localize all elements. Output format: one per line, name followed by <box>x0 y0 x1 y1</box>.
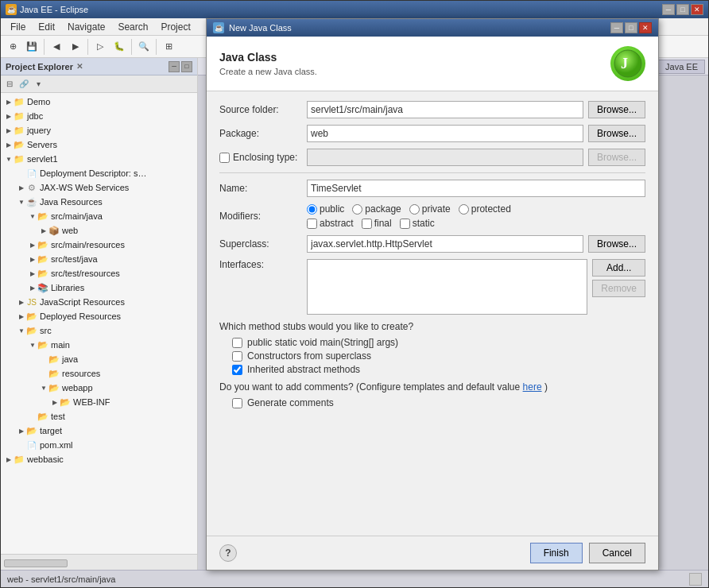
arrow-src-test-java: ▶ <box>28 254 37 264</box>
generate-comments-check[interactable] <box>232 398 242 408</box>
modifier-public-radio[interactable] <box>307 204 317 215</box>
modifier-static-check[interactable] <box>400 219 410 229</box>
modifier-public[interactable]: public <box>307 203 344 215</box>
toolbar-new[interactable]: ⊕ <box>4 38 21 56</box>
panel-title-controls: ─ □ <box>169 61 192 72</box>
tree-item-jaxws[interactable]: ▶ ⚙ JAX-WS Web Services <box>1 180 197 195</box>
close-btn[interactable]: ✕ <box>691 4 703 15</box>
toolbar-back[interactable]: ◀ <box>48 38 65 56</box>
stubs-label: Which method stubs would you like to cre… <box>219 321 645 332</box>
dialog-maximize[interactable]: □ <box>625 22 637 33</box>
stub-row-2: Constructors from superclass <box>219 350 645 362</box>
tree-item-src-main-java[interactable]: ▼ 📂 src/main/java <box>1 209 197 223</box>
tree-item-webinf[interactable]: ▶ 📂 WEB-INF <box>1 395 197 409</box>
source-folder-input[interactable] <box>307 101 583 118</box>
label-src-test-res: src/test/resources <box>51 269 120 278</box>
tree-item-main[interactable]: ▼ 📂 main <box>1 338 197 352</box>
package-browse[interactable]: Browse... <box>588 125 645 142</box>
enclosing-type-checkbox[interactable] <box>219 153 230 163</box>
modifier-final-check[interactable] <box>362 219 372 229</box>
icon-demo: 📁 <box>14 96 25 107</box>
stub-main-check[interactable] <box>232 338 242 348</box>
tree-item-webapp[interactable]: ▼ 📂 webapp <box>1 381 197 395</box>
toolbar-forward[interactable]: ▶ <box>67 38 84 56</box>
tree-item-libraries[interactable]: ▶ 📚 Libraries <box>1 280 197 295</box>
modifier-protected-radio[interactable] <box>459 204 469 215</box>
name-input[interactable] <box>307 180 645 197</box>
tree-item-pom[interactable]: 📄 pom.xml <box>1 438 197 452</box>
minimize-btn[interactable]: ─ <box>662 4 675 15</box>
menu-search[interactable]: Search <box>111 20 154 34</box>
link-editor-btn[interactable]: 🔗 <box>17 77 31 91</box>
tree-item-web[interactable]: ▶ 📦 web <box>1 223 197 238</box>
tree-item-src[interactable]: ▼ 📂 src <box>1 323 197 338</box>
label-webinf: WEB-INF <box>73 397 110 407</box>
toolbar-perspective[interactable]: ⊞ <box>160 38 177 56</box>
modifier-protected[interactable]: protected <box>459 203 511 215</box>
dialog-minimize[interactable]: ─ <box>610 22 623 33</box>
tree-item-target[interactable]: ▶ 📂 target <box>1 424 197 438</box>
tree-item-src-test-res[interactable]: ▶ 📂 src/test/resources <box>1 266 197 280</box>
help-button[interactable]: ? <box>219 544 237 562</box>
modifier-final[interactable]: final <box>362 218 392 229</box>
tree-item-jdbc[interactable]: ▶ 📁 jdbc <box>1 109 197 123</box>
panel-minimize-btn[interactable]: ─ <box>169 61 180 72</box>
collapse-all-btn[interactable]: ⊟ <box>2 77 17 91</box>
cancel-button[interactable]: Cancel <box>589 543 645 563</box>
eclipse-icon: ☕ <box>6 4 17 15</box>
tree-item-js-resources[interactable]: ▶ JS JavaScript Resources <box>1 295 197 309</box>
tree-item-jquery[interactable]: ▶ 📁 jquery <box>1 123 197 137</box>
toolbar-debug[interactable]: 🐛 <box>110 38 128 56</box>
window-title: Java EE - Eclipse <box>20 5 662 14</box>
remove-interface-btn[interactable]: Remove <box>592 280 645 297</box>
toolbar-search[interactable]: 🔍 <box>135 38 153 56</box>
tree-item-src-main-res[interactable]: ▶ 📂 src/main/resources <box>1 238 197 252</box>
stub-inherited-check[interactable] <box>232 365 242 375</box>
arrow-jdbc: ▶ <box>4 111 14 121</box>
menu-project[interactable]: Project <box>154 20 196 34</box>
enclosing-type-input[interactable] <box>307 149 583 166</box>
tree-item-resources[interactable]: 📂 resources <box>1 366 197 381</box>
package-input[interactable] <box>307 125 583 142</box>
tree-item-demo[interactable]: ▶ 📁 Demo <box>1 95 197 109</box>
modifier-private[interactable]: private <box>409 203 451 215</box>
tree-item-deployed[interactable]: ▶ 📂 Deployed Resources <box>1 309 197 323</box>
panel-menu-btn[interactable]: ▾ <box>31 77 45 91</box>
toolbar-run[interactable]: ▷ <box>91 38 109 56</box>
status-progress <box>689 573 702 586</box>
enclosing-type-browse[interactable]: Browse... <box>588 149 645 166</box>
toolbar-save[interactable]: 💾 <box>23 38 41 56</box>
panel-maximize-btn[interactable]: □ <box>181 61 192 72</box>
modifier-private-radio[interactable] <box>409 204 420 215</box>
menu-file[interactable]: File <box>4 20 32 34</box>
tree-item-servers[interactable]: ▶ 📂 Servers <box>1 137 197 152</box>
left-panel: Project Explorer ✕ ─ □ ⊟ 🔗 ▾ ▶ 📁 Demo <box>1 58 198 571</box>
modifier-abstract-check[interactable] <box>307 219 317 229</box>
superclass-browse[interactable]: Browse... <box>588 235 645 253</box>
superclass-input[interactable] <box>307 235 583 253</box>
tree-item-servlet1[interactable]: ▼ 📁 servlet1 <box>1 152 197 166</box>
toolbar-sep3 <box>131 39 132 55</box>
tree-item-java[interactable]: 📂 java <box>1 352 197 366</box>
modifier-package[interactable]: package <box>352 203 401 215</box>
horizontal-scrollbar[interactable] <box>4 559 68 567</box>
dialog-close[interactable]: ✕ <box>639 22 652 33</box>
source-folder-browse[interactable]: Browse... <box>588 101 645 118</box>
add-interface-btn[interactable]: Add... <box>592 259 645 277</box>
tree-item-webbasic[interactable]: ▶ 📁 webbasic <box>1 452 197 466</box>
menu-edit[interactable]: Edit <box>32 20 61 34</box>
modifier-abstract[interactable]: abstract <box>307 218 354 229</box>
tree-scroll-bar[interactable] <box>1 554 197 571</box>
maximize-btn[interactable]: □ <box>676 4 689 15</box>
comments-link[interactable]: here <box>523 381 542 393</box>
menu-navigate[interactable]: Navigate <box>61 20 111 34</box>
modifier-package-radio[interactable] <box>352 204 362 215</box>
tree-item-java-resources[interactable]: ▼ ☕ Java Resources <box>1 195 197 209</box>
tree-item-deployment[interactable]: 📄 Deployment Descriptor: s… <box>1 166 197 180</box>
modifier-static[interactable]: static <box>400 218 435 229</box>
finish-button[interactable]: Finish <box>530 543 583 563</box>
tree-item-src-test-java[interactable]: ▶ 📂 src/test/java <box>1 252 197 266</box>
java-ee-tab[interactable]: Java EE <box>658 60 705 74</box>
tree-item-test[interactable]: 📂 test <box>1 409 197 424</box>
stub-constructors-check[interactable] <box>232 351 242 362</box>
